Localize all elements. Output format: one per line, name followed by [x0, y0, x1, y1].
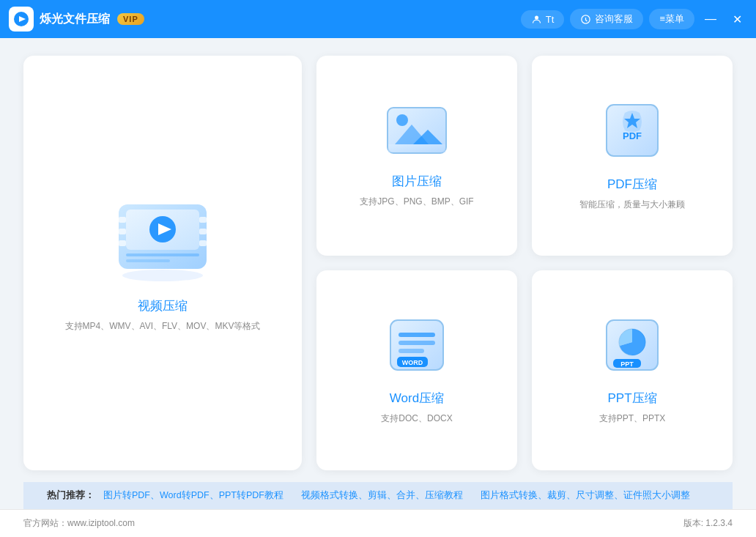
- titlebar: 烁光文件压缩 VIP Tt 咨询客服 ≡菜单 — ✕: [0, 0, 756, 38]
- image-card-title: 图片压缩: [392, 173, 442, 190]
- video-card-title: 视频压缩: [138, 297, 188, 314]
- pdf-card[interactable]: PDF PDF压缩 智能压缩，质量与大小兼顾: [532, 56, 733, 256]
- svg-rect-15: [126, 253, 199, 256]
- close-button[interactable]: ✕: [727, 9, 747, 29]
- menu-button[interactable]: ≡菜单: [649, 9, 694, 29]
- minimize-button[interactable]: —: [700, 9, 721, 29]
- version-text: 版本: 1.2.3.4: [683, 517, 733, 530]
- image-card[interactable]: 图片压缩 支持JPG、PNG、BMP、GIF: [316, 56, 517, 256]
- titlebar-actions: Tt 咨询客服 ≡菜单 — ✕: [521, 9, 747, 29]
- svg-rect-16: [126, 259, 170, 262]
- pdf-card-title: PDF压缩: [607, 176, 657, 193]
- svg-point-18: [396, 114, 408, 126]
- svg-rect-9: [119, 240, 126, 246]
- image-icon: [384, 104, 450, 160]
- recommendation-link-1[interactable]: 图片转PDF、Word转PDF、PPT转PDF教程: [103, 489, 284, 502]
- svg-point-2: [535, 15, 538, 19]
- svg-rect-27: [399, 349, 424, 353]
- svg-rect-12: [199, 240, 207, 246]
- word-card-sub: 支持DOC、DOCX: [381, 412, 452, 425]
- image-card-sub: 支持JPG、PNG、BMP、GIF: [360, 196, 473, 208]
- svg-text:PDF: PDF: [623, 130, 642, 141]
- svg-rect-26: [399, 341, 435, 345]
- service-label: 咨询客服: [595, 12, 633, 26]
- vip-badge: VIP: [117, 13, 144, 25]
- pdf-card-sub: 智能压缩，质量与大小兼顾: [579, 199, 685, 211]
- pdf-icon: PDF: [603, 101, 662, 163]
- ppt-icon: PPT: [603, 316, 662, 377]
- svg-rect-7: [119, 217, 126, 223]
- user-label: Tt: [546, 14, 555, 25]
- svg-text:WORD: WORD: [402, 359, 423, 366]
- recommendation-link-3[interactable]: 图片格式转换、裁剪、尺寸调整、证件照大小调整: [481, 489, 690, 502]
- main-content: 视频压缩 支持MP4、WMV、AVI、FLV、MOV、MKV等格式: [0, 38, 756, 509]
- video-card-sub: 支持MP4、WMV、AVI、FLV、MOV、MKV等格式: [65, 320, 261, 333]
- service-button[interactable]: 咨询客服: [570, 9, 643, 29]
- svg-rect-11: [199, 229, 207, 234]
- ppt-card-sub: 支持PPT、PPTX: [599, 412, 666, 425]
- recommendation-link-2[interactable]: 视频格式转换、剪辑、合并、压缩教程: [301, 489, 463, 502]
- video-icon: [104, 193, 221, 284]
- svg-rect-10: [199, 217, 207, 223]
- ppt-card-title: PPT压缩: [607, 390, 656, 407]
- ppt-card[interactable]: PPT PPT压缩 支持PPT、PPTX: [532, 270, 733, 470]
- menu-label: ≡菜单: [659, 12, 684, 26]
- word-card[interactable]: WORD Word压缩 支持DOC、DOCX: [316, 270, 517, 470]
- svg-point-4: [122, 270, 203, 281]
- app-logo: [9, 7, 34, 32]
- recommendations-bar: 热门推荐： 图片转PDF、Word转PDF、PPT转PDF教程 视频格式转换、剪…: [23, 482, 733, 509]
- word-card-title: Word压缩: [390, 390, 444, 407]
- website-text: 官方网站：www.iziptool.com: [23, 517, 135, 530]
- footer: 官方网站：www.iziptool.com 版本: 1.2.3.4: [0, 509, 756, 537]
- word-icon: WORD: [387, 316, 447, 377]
- svg-rect-21: [388, 144, 445, 152]
- user-button[interactable]: Tt: [521, 10, 565, 29]
- svg-rect-25: [399, 333, 435, 337]
- svg-text:PPT: PPT: [620, 360, 634, 368]
- cards-right: 图片压缩 支持JPG、PNG、BMP、GIF: [316, 56, 733, 470]
- app-name: 烁光文件压缩: [40, 12, 110, 27]
- recommendations-label: 热门推荐：: [47, 489, 94, 502]
- cards-area: 视频压缩 支持MP4、WMV、AVI、FLV、MOV、MKV等格式: [23, 56, 733, 470]
- video-card[interactable]: 视频压缩 支持MP4、WMV、AVI、FLV、MOV、MKV等格式: [23, 56, 302, 470]
- svg-rect-8: [119, 229, 126, 234]
